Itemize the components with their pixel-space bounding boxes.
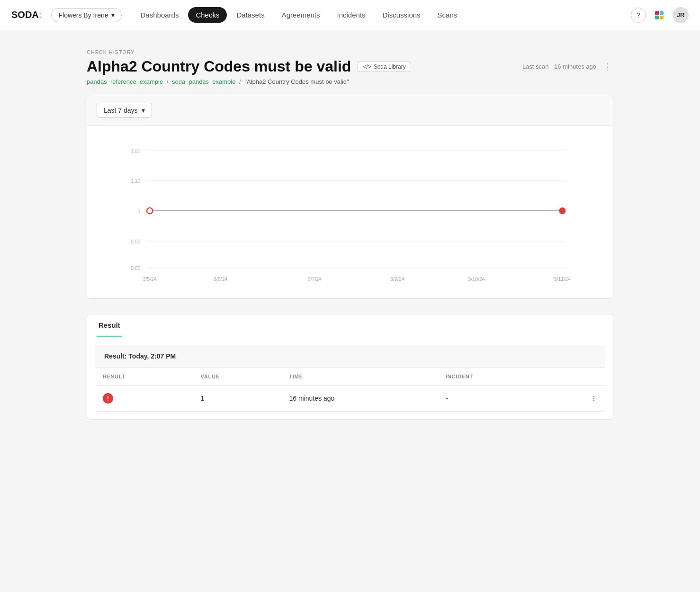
chart-svg: 1.20 1.10 1 0.90 0.80 (97, 135, 599, 289)
time-cell: 16 minutes ago (282, 386, 438, 412)
breadcrumb-sep-1: / (167, 78, 170, 85)
svg-text:1.20: 1.20 (131, 148, 141, 153)
nav-agreements[interactable]: Agreements (274, 7, 328, 23)
breadcrumb-sep-2: / (239, 78, 242, 85)
svg-text:3/9/24: 3/9/24 (390, 276, 404, 282)
check-title: Alpha2 Country Codes must be valid (87, 58, 351, 75)
nav-incidents[interactable]: Incidents (330, 7, 373, 23)
svg-text:1.10: 1.10 (131, 178, 141, 184)
col-result: RESULT (95, 368, 193, 386)
row-more-button[interactable]: ⋮ (548, 386, 605, 412)
col-actions (548, 368, 605, 386)
svg-text:1: 1 (138, 208, 141, 214)
nav-links: Dashboards Checks Datasets Agreements In… (133, 7, 627, 23)
breadcrumb: pandas_reference_example / soda_pandas_e… (87, 78, 613, 85)
slack-icon (655, 11, 664, 19)
col-incident: INCIDENT (438, 368, 548, 386)
nav-checks[interactable]: Checks (188, 7, 227, 23)
result-table: RESULT VALUE TIME INCIDENT ! 1 16 minute… (95, 368, 605, 411)
last-scan-text: Last scan - 16 minutes ago (522, 63, 596, 70)
tab-result[interactable]: Result (97, 314, 122, 337)
slack-button[interactable] (652, 8, 667, 23)
help-button[interactable]: ? (631, 8, 646, 23)
org-selector[interactable]: Flowers By Irene ▾ (51, 8, 121, 22)
line-chart: 1.20 1.10 1 0.90 0.80 (97, 135, 599, 287)
svg-text:0.80: 0.80 (131, 265, 141, 271)
navbar: SODA: Flowers By Irene ▾ Dashboards Chec… (0, 0, 700, 30)
result-section-header: Result: Today, 2:07 PM (95, 345, 605, 368)
result-card: Result Result: Today, 2:07 PM RESULT VAL… (87, 314, 613, 420)
svg-point-11 (147, 208, 153, 214)
soda-library-badge: </> Soda Library (358, 62, 411, 72)
svg-text:3/11/24: 3/11/24 (554, 276, 571, 282)
soda-library-label: Soda Library (374, 63, 406, 70)
code-icon: </> (363, 63, 371, 70)
page-content: CHECK HISTORY Alpha2 Country Codes must … (75, 30, 625, 439)
user-avatar[interactable]: JR (673, 7, 689, 23)
chart-filter-bar: Last 7 days ▾ (87, 95, 613, 126)
more-button[interactable]: ⋮ (601, 62, 613, 72)
col-value: VALUE (193, 368, 281, 386)
chevron-down-icon: ▾ (142, 107, 145, 114)
svg-text:0.90: 0.90 (131, 239, 141, 244)
breadcrumb-label: CHECK HISTORY (87, 49, 613, 55)
scan-meta: Last scan - 16 minutes ago ⋮ (522, 62, 613, 72)
svg-text:3/6/24: 3/6/24 (214, 276, 228, 282)
nav-right: ? JR (631, 7, 689, 23)
breadcrumb-current: "Alpha2 Country Codes must be valid" (244, 78, 349, 85)
svg-text:3/7/24: 3/7/24 (308, 276, 322, 282)
svg-text:3/10/24: 3/10/24 (468, 276, 485, 282)
time-range-dropdown[interactable]: Last 7 days ▾ (97, 103, 152, 118)
time-range-label: Last 7 days (104, 107, 138, 114)
error-icon: ! (103, 393, 113, 404)
result-table-wrap: RESULT VALUE TIME INCIDENT ! 1 16 minute… (95, 368, 605, 412)
result-tabs: Result (87, 314, 613, 337)
chart-card: Last 7 days ▾ 1.20 1.10 1 0.90 0.80 (87, 95, 613, 299)
nav-dashboards[interactable]: Dashboards (133, 7, 187, 23)
svg-point-12 (559, 208, 565, 214)
help-icon: ? (637, 11, 640, 19)
svg-text:3/5/24: 3/5/24 (143, 276, 157, 282)
logo-text: SODA: (11, 9, 42, 20)
col-time: TIME (282, 368, 438, 386)
nav-scans[interactable]: Scans (430, 7, 465, 23)
chevron-down-icon: ▾ (111, 11, 115, 19)
check-title-row: Alpha2 Country Codes must be valid </> S… (87, 58, 613, 75)
value-cell: 1 (193, 386, 281, 412)
result-cell: ! (95, 386, 193, 412)
org-name: Flowers By Irene (58, 11, 108, 19)
table-header-row: RESULT VALUE TIME INCIDENT (95, 368, 605, 386)
table-row: ! 1 16 minutes ago - ⋮ (95, 386, 605, 412)
incident-cell: - (438, 386, 548, 412)
logo: SODA: (11, 9, 42, 20)
chart-area: 1.20 1.10 1 0.90 0.80 (87, 126, 613, 298)
breadcrumb-link-2[interactable]: soda_pandas_example (172, 78, 235, 85)
breadcrumb-link-1[interactable]: pandas_reference_example (87, 78, 163, 85)
logo-dot: : (39, 9, 42, 20)
nav-discussions[interactable]: Discussions (375, 7, 428, 23)
nav-datasets[interactable]: Datasets (229, 7, 272, 23)
